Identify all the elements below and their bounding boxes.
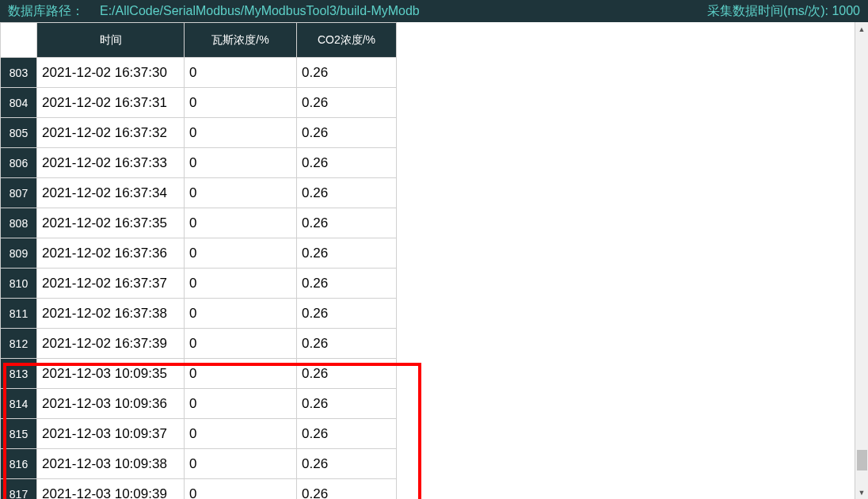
row-number-cell[interactable]: 815 [1, 419, 37, 449]
row-number-cell[interactable]: 813 [1, 359, 37, 389]
data-table: 时间 瓦斯浓度/% CO2浓度/% 8032021-12-02 16:37:30… [0, 22, 397, 499]
row-number-cell[interactable]: 809 [1, 238, 37, 269]
col-header-gas[interactable]: 瓦斯浓度/% [185, 23, 297, 58]
cell-time[interactable]: 2021-12-02 16:37:38 [37, 299, 185, 329]
cell-co2[interactable]: 0.26 [297, 299, 397, 329]
interval-label-text: 采集数据时间(ms/次): [707, 4, 828, 17]
cell-co2[interactable]: 0.26 [297, 359, 397, 389]
cell-co2[interactable]: 0.26 [297, 58, 397, 88]
table-corner-cell [1, 23, 37, 58]
data-table-area: 时间 瓦斯浓度/% CO2浓度/% 8032021-12-02 16:37:30… [0, 22, 855, 499]
cell-time[interactable]: 2021-12-02 16:37:34 [37, 178, 185, 208]
cell-time[interactable]: 2021-12-03 10:09:37 [37, 419, 185, 449]
cell-co2[interactable]: 0.26 [297, 148, 397, 178]
table-row[interactable]: 8032021-12-02 16:37:3000.26 [1, 58, 397, 88]
table-row[interactable]: 8042021-12-02 16:37:3100.26 [1, 88, 397, 118]
cell-gas[interactable]: 0 [185, 178, 297, 208]
row-number-cell[interactable]: 814 [1, 389, 37, 419]
cell-co2[interactable]: 0.26 [297, 389, 397, 419]
cell-co2[interactable]: 0.26 [297, 178, 397, 208]
db-path-value: E:/AllCode/SerialModbus/MyModbusTool3/bu… [100, 4, 420, 18]
row-number-cell[interactable]: 804 [1, 88, 37, 118]
table-row[interactable]: 8092021-12-02 16:37:3600.26 [1, 238, 397, 269]
interval-value: 1000 [832, 4, 860, 17]
col-header-co2[interactable]: CO2浓度/% [297, 23, 397, 58]
db-path-label: 数据库路径： [8, 3, 84, 20]
cell-co2[interactable]: 0.26 [297, 238, 397, 269]
cell-gas[interactable]: 0 [185, 479, 297, 500]
interval-label: 采集数据时间(ms/次): 1000 [701, 3, 860, 20]
cell-gas[interactable]: 0 [185, 118, 297, 148]
cell-time[interactable]: 2021-12-03 10:09:35 [37, 359, 185, 389]
cell-co2[interactable]: 0.26 [297, 269, 397, 299]
scroll-thumb[interactable] [857, 450, 867, 470]
table-row[interactable]: 8072021-12-02 16:37:3400.26 [1, 178, 397, 208]
cell-gas[interactable]: 0 [185, 359, 297, 389]
table-row[interactable]: 8112021-12-02 16:37:3800.26 [1, 299, 397, 329]
cell-gas[interactable]: 0 [185, 449, 297, 479]
table-row[interactable]: 8132021-12-03 10:09:3500.26 [1, 359, 397, 389]
cell-time[interactable]: 2021-12-03 10:09:39 [37, 479, 185, 500]
table-row[interactable]: 8062021-12-02 16:37:3300.26 [1, 148, 397, 178]
table-row[interactable]: 8052021-12-02 16:37:3200.26 [1, 118, 397, 148]
row-number-cell[interactable]: 803 [1, 58, 37, 88]
row-number-cell[interactable]: 808 [1, 208, 37, 238]
cell-co2[interactable]: 0.26 [297, 419, 397, 449]
cell-gas[interactable]: 0 [185, 389, 297, 419]
cell-co2[interactable]: 0.26 [297, 118, 397, 148]
cell-time[interactable]: 2021-12-02 16:37:31 [37, 88, 185, 118]
cell-time[interactable]: 2021-12-03 10:09:36 [37, 389, 185, 419]
table-row[interactable]: 8122021-12-02 16:37:3900.26 [1, 329, 397, 359]
cell-time[interactable]: 2021-12-03 10:09:38 [37, 449, 185, 479]
row-number-cell[interactable]: 810 [1, 269, 37, 299]
cell-time[interactable]: 2021-12-02 16:37:33 [37, 148, 185, 178]
cell-gas[interactable]: 0 [185, 58, 297, 88]
cell-gas[interactable]: 0 [185, 148, 297, 178]
row-number-cell[interactable]: 806 [1, 148, 37, 178]
row-number-cell[interactable]: 811 [1, 299, 37, 329]
cell-gas[interactable]: 0 [185, 88, 297, 118]
cell-co2[interactable]: 0.26 [297, 208, 397, 238]
row-number-cell[interactable]: 807 [1, 178, 37, 208]
vertical-scrollbar[interactable]: ▲ ▼ [855, 22, 868, 499]
row-number-cell[interactable]: 805 [1, 118, 37, 148]
table-row[interactable]: 8162021-12-03 10:09:3800.26 [1, 449, 397, 479]
cell-time[interactable]: 2021-12-02 16:37:30 [37, 58, 185, 88]
cell-gas[interactable]: 0 [185, 299, 297, 329]
table-row[interactable]: 8152021-12-03 10:09:3700.26 [1, 419, 397, 449]
cell-gas[interactable]: 0 [185, 419, 297, 449]
table-row[interactable]: 8142021-12-03 10:09:3600.26 [1, 389, 397, 419]
cell-co2[interactable]: 0.26 [297, 88, 397, 118]
cell-gas[interactable]: 0 [185, 238, 297, 269]
cell-co2[interactable]: 0.26 [297, 479, 397, 500]
table-row[interactable]: 8102021-12-02 16:37:3700.26 [1, 269, 397, 299]
cell-time[interactable]: 2021-12-02 16:37:36 [37, 238, 185, 269]
cell-time[interactable]: 2021-12-02 16:37:32 [37, 118, 185, 148]
cell-time[interactable]: 2021-12-02 16:37:35 [37, 208, 185, 238]
cell-time[interactable]: 2021-12-02 16:37:39 [37, 329, 185, 359]
row-number-cell[interactable]: 816 [1, 449, 37, 479]
header-bar: 数据库路径： E:/AllCode/SerialModbus/MyModbusT… [0, 0, 868, 22]
row-number-cell[interactable]: 817 [1, 479, 37, 500]
col-header-time[interactable]: 时间 [37, 23, 185, 58]
cell-co2[interactable]: 0.26 [297, 329, 397, 359]
cell-co2[interactable]: 0.26 [297, 449, 397, 479]
cell-time[interactable]: 2021-12-02 16:37:37 [37, 269, 185, 299]
scroll-down-arrow-icon[interactable]: ▼ [855, 486, 868, 499]
table-row[interactable]: 8172021-12-03 10:09:3900.26 [1, 479, 397, 500]
cell-gas[interactable]: 0 [185, 208, 297, 238]
cell-gas[interactable]: 0 [185, 269, 297, 299]
row-number-cell[interactable]: 812 [1, 329, 37, 359]
cell-gas[interactable]: 0 [185, 329, 297, 359]
table-header-row: 时间 瓦斯浓度/% CO2浓度/% [1, 23, 397, 58]
scroll-up-arrow-icon[interactable]: ▲ [855, 22, 868, 36]
table-row[interactable]: 8082021-12-02 16:37:3500.26 [1, 208, 397, 238]
